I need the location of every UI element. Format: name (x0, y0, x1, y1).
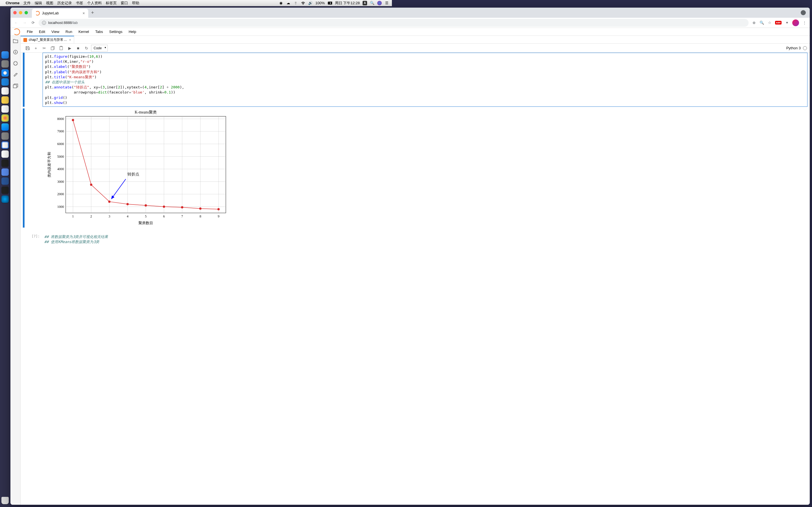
svg-point-54 (90, 184, 92, 186)
cell-type-select[interactable]: Code (91, 45, 108, 52)
svg-point-6 (13, 61, 17, 65)
menu-tabs[interactable]: 标签页 (106, 1, 117, 6)
back-button[interactable]: ← (13, 20, 19, 25)
jlab-menu-kernel[interactable]: Kernel (75, 29, 92, 35)
clock[interactable]: 周日 下午12:28 (335, 1, 360, 6)
battery-percent[interactable]: 100% (315, 1, 325, 5)
svg-text:6: 6 (163, 214, 165, 218)
menu-file[interactable]: 文件 (23, 1, 31, 6)
running-icon[interactable] (13, 49, 18, 55)
cut-button[interactable]: ✂ (40, 45, 48, 52)
dock-safari[interactable] (1, 69, 9, 76)
menu-window[interactable]: 窗口 (121, 1, 128, 6)
chrome-window: JupyterLab × + ← → ⟳ i localhost:8888/la… (10, 8, 392, 244)
dock-notes[interactable] (1, 96, 9, 104)
spotlight-icon[interactable]: 🔍 (370, 1, 374, 5)
dock-settings[interactable] (1, 132, 9, 140)
dock-mail[interactable] (1, 78, 9, 86)
dock (0, 6, 10, 244)
svg-point-5 (15, 52, 16, 53)
dock-chrome[interactable] (1, 142, 9, 149)
paste-button[interactable] (57, 45, 65, 52)
chrome-tabbar: JupyterLab × + (10, 8, 392, 18)
svg-text:5000: 5000 (57, 154, 64, 158)
wrench-icon[interactable] (13, 72, 18, 77)
window-maximize[interactable] (24, 11, 28, 14)
dock-quicktime[interactable] (1, 195, 9, 203)
dock-appstore[interactable] (1, 123, 9, 131)
tab-title: JupyterLab (42, 11, 80, 15)
dock-rstudio[interactable] (1, 168, 9, 176)
code-input[interactable]: ## 将数据聚类为3类并可视化相关结果 ## 使用KMeans将数据聚类为3类 (42, 233, 392, 244)
new-tab-button[interactable]: + (91, 10, 94, 16)
svg-text:K-means聚类: K-means聚类 (135, 110, 157, 114)
stop-button[interactable]: ■ (74, 45, 82, 52)
input-source-icon[interactable]: A (363, 1, 367, 5)
macos-menubar: Chrome 文件 编辑 视图 历史记录 书签 个人资料 标签页 窗口 帮助 ◉… (0, 0, 392, 6)
run-button[interactable]: ▶ (66, 45, 73, 52)
dock-terminal[interactable] (1, 159, 9, 167)
dock-reminders[interactable] (1, 105, 9, 113)
save-button[interactable] (23, 45, 31, 52)
control-center-icon[interactable]: ☰ (385, 1, 389, 5)
jlab-menu-settings[interactable]: Settings (106, 29, 125, 35)
svg-line-62 (112, 179, 126, 199)
tab-close-icon[interactable]: × (69, 38, 71, 42)
menu-history[interactable]: 历史记录 (57, 1, 72, 6)
input-prompt: [7]: (25, 233, 42, 244)
wifi-icon[interactable] (301, 1, 305, 5)
notebook-tabs: chap7_聚类算法与异常值检 × (20, 36, 392, 44)
forward-button[interactable]: → (22, 20, 28, 25)
bluetooth-icon[interactable]: ⚵ (294, 1, 298, 5)
tabs-icon[interactable] (13, 83, 18, 89)
volume-icon[interactable]: 🔊 (308, 1, 313, 5)
code-cell[interactable]: [7]: ## 将数据聚类为3类并可视化相关结果 ## 使用KMeans将数据聚… (23, 233, 392, 244)
output-area: K-means聚类1234567891000200030004000500060… (42, 108, 392, 228)
siri-icon[interactable] (377, 1, 382, 5)
menu-bookmarks[interactable]: 书签 (76, 1, 83, 6)
browser-tab[interactable]: JupyterLab × (32, 9, 88, 18)
menu-help[interactable]: 帮助 (132, 1, 139, 6)
dock-calendar[interactable] (1, 87, 9, 95)
menu-edit[interactable]: 编辑 (35, 1, 42, 6)
jlab-menu-edit[interactable]: Edit (36, 29, 48, 35)
dock-word[interactable] (1, 177, 9, 185)
menu-profiles[interactable]: 个人资料 (87, 1, 102, 6)
cloud-icon[interactable]: ☁ (286, 1, 291, 5)
dock-photos[interactable] (1, 114, 9, 122)
menu-view[interactable]: 视图 (46, 1, 53, 6)
jlab-menu-help[interactable]: Help (126, 29, 139, 35)
svg-text:4000: 4000 (57, 167, 64, 171)
notebook-area[interactable]: plt.figure(figsize=(10,6)) plt.plot(K,in… (20, 53, 392, 244)
dock-qq[interactable] (1, 151, 9, 158)
jlab-menu-tabs[interactable]: Tabs (93, 29, 106, 35)
commands-icon[interactable] (13, 61, 18, 66)
file-browser-icon[interactable] (13, 38, 18, 44)
add-cell-button[interactable]: + (32, 45, 40, 52)
window-minimize[interactable] (19, 11, 22, 14)
copy-button[interactable] (49, 45, 57, 52)
svg-point-53 (72, 119, 74, 121)
code-input[interactable]: plt.figure(figsize=(10,6)) plt.plot(K,in… (43, 53, 392, 107)
notebook-toolbar: + ✂ ▶ ■ ↻ Code Python 3 (20, 44, 392, 53)
svg-text:转折点: 转折点 (128, 172, 139, 176)
record-icon[interactable]: ◉ (279, 1, 283, 5)
window-close[interactable] (13, 11, 17, 14)
tab-close-icon[interactable]: × (83, 11, 85, 15)
jlab-menu-run[interactable]: Run (63, 29, 75, 35)
jupyter-logo-icon[interactable] (13, 29, 20, 35)
site-info-icon[interactable]: i (42, 21, 46, 25)
svg-text:5: 5 (145, 214, 147, 218)
restart-button[interactable]: ↻ (83, 45, 91, 52)
dock-launchpad[interactable] (1, 60, 9, 68)
notebook-tab[interactable]: chap7_聚类算法与异常值检 × (20, 36, 74, 43)
address-bar[interactable]: i localhost:8888/lab (39, 19, 392, 27)
dock-activity[interactable] (1, 186, 9, 194)
jlab-menu-file[interactable]: File (24, 29, 36, 35)
reload-button[interactable]: ⟳ (30, 20, 36, 25)
code-cell[interactable]: plt.figure(figsize=(10,6)) plt.plot(K,in… (23, 53, 392, 107)
dock-finder[interactable] (1, 51, 9, 59)
svg-text:1: 1 (72, 214, 74, 218)
active-app-name[interactable]: Chrome (6, 1, 19, 5)
jlab-menu-view[interactable]: View (49, 29, 62, 35)
